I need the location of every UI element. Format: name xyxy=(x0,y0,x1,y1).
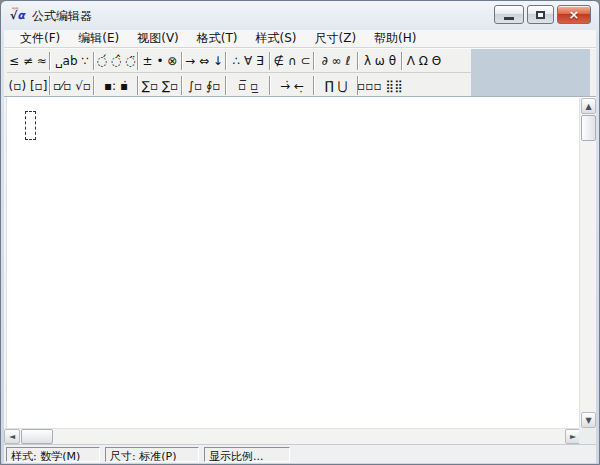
statusbar: 样式: 数学(M) 尺寸: 标准(P) 显示比例... xyxy=(4,444,596,463)
set-theory-symbols-palette[interactable]: ∉ ∩ ⊂ xyxy=(271,50,313,72)
scroll-down-button[interactable]: ▼ xyxy=(581,412,596,428)
relational-symbols-palette[interactable]: ≤ ≠ ≈ xyxy=(7,50,49,72)
horizontal-scroll-thumb[interactable] xyxy=(21,429,53,444)
scroll-left-button[interactable]: ◄ xyxy=(4,429,20,444)
close-button[interactable]: × xyxy=(557,5,591,24)
product-set-templates-palette[interactable]: ∏̇ ⋃̣ xyxy=(315,74,357,97)
toolbar: ≤ ≠ ≈ ␣ab ∵ ◌́ ◌̂ ◌̈ ± • ⊗ → ⇔ ↓ ∴ ∀ ∃ ∉… xyxy=(4,48,596,97)
embellishments-palette[interactable]: ◌́ ◌̂ ◌̈ xyxy=(95,50,137,72)
minimize-button[interactable] xyxy=(494,5,524,24)
empty-equation-slot[interactable] xyxy=(25,111,36,140)
arrow-down-icon: ▼ xyxy=(585,416,591,425)
fence-templates-palette[interactable]: (▫) [▫] xyxy=(7,74,49,97)
menu-edit[interactable]: 编辑(E) xyxy=(69,29,128,48)
caption-buttons: × xyxy=(494,5,591,24)
window-title: 公式编辑器 xyxy=(32,8,92,25)
scroll-up-button[interactable]: ▲ xyxy=(581,98,596,114)
status-style[interactable]: 样式: 数学(M) xyxy=(6,447,100,462)
vertical-scrollbar[interactable]: ▲ ▼ xyxy=(579,98,596,428)
arrow-right-icon: ► xyxy=(570,432,576,441)
minimize-icon xyxy=(504,17,514,20)
app-icon-formula: √α xyxy=(10,9,25,22)
scrollbar-corner xyxy=(579,428,596,444)
menu-file[interactable]: 文件(F) xyxy=(11,29,69,48)
bar-templates-palette[interactable]: ▫̅ ▫̲ xyxy=(227,74,269,97)
equation-canvas[interactable] xyxy=(4,97,596,428)
spaces-ellipses-palette[interactable]: ␣ab ∵ xyxy=(51,50,93,72)
template-toolbar-row: (▫) [▫] ▫⁄▫ √▫ ▪: ▪̇ ∑▫ ∑̇▫ ∫▫ ∮▫ ▫̅ ▫̲ … xyxy=(7,74,473,97)
fraction-radical-templates-palette[interactable]: ▫⁄▫ √▫ xyxy=(51,74,93,97)
integral-templates-palette[interactable]: ∫▫ ∮▫ xyxy=(183,74,225,97)
menu-format[interactable]: 格式(T) xyxy=(188,29,247,48)
symbol-toolbar-row: ≤ ≠ ≈ ␣ab ∵ ◌́ ◌̂ ◌̈ ± • ⊗ → ⇔ ↓ ∴ ∀ ∃ ∉… xyxy=(7,50,473,73)
restore-icon xyxy=(536,11,545,19)
menu-size[interactable]: 尺寸(Z) xyxy=(305,29,365,48)
vertical-scroll-thumb[interactable] xyxy=(581,115,596,141)
subscript-superscript-templates-palette[interactable]: ▪: ▪̇ xyxy=(95,74,137,97)
restore-button[interactable] xyxy=(527,5,554,24)
status-zoom[interactable]: 显示比例... xyxy=(204,447,290,462)
summation-templates-palette[interactable]: ∑▫ ∑̇▫ xyxy=(139,74,181,97)
status-size[interactable]: 尺寸: 标准(P) xyxy=(105,447,199,462)
equation-editor-window: ≈≈ √α 公式编辑器 × 文件(F) 编辑(E) 视图(V) 格式(T) 样式… xyxy=(0,0,600,465)
greek-lowercase-palette[interactable]: λ ω θ xyxy=(359,50,401,72)
toolbar-filler xyxy=(471,49,590,97)
horizontal-scrollbar[interactable]: ◄ ► xyxy=(4,428,581,444)
menu-view[interactable]: 视图(V) xyxy=(128,29,188,48)
labeled-arrow-templates-palette[interactable]: →̇ ←̣ xyxy=(271,74,313,97)
matrix-templates-palette[interactable]: ▫▫▫ ⣿⣿ xyxy=(359,74,401,97)
titlebar[interactable]: ≈≈ √α 公式编辑器 × xyxy=(1,1,599,30)
misc-symbols-palette[interactable]: ∂ ∞ ℓ xyxy=(315,50,357,72)
close-icon: × xyxy=(569,8,580,21)
app-icon: ≈≈ √α xyxy=(10,8,27,24)
operator-symbols-palette[interactable]: ± • ⊗ xyxy=(139,50,181,72)
arrow-symbols-palette[interactable]: → ⇔ ↓ xyxy=(183,50,225,72)
menu-help[interactable]: 帮助(H) xyxy=(365,29,425,48)
menu-style[interactable]: 样式(S) xyxy=(247,29,306,48)
menubar: 文件(F) 编辑(E) 视图(V) 格式(T) 样式(S) 尺寸(Z) 帮助(H… xyxy=(4,30,596,48)
greek-uppercase-palette[interactable]: Λ Ω Θ xyxy=(403,50,445,72)
arrow-up-icon: ▲ xyxy=(585,102,591,111)
logical-symbols-palette[interactable]: ∴ ∀ ∃ xyxy=(227,50,269,72)
arrow-left-icon: ◄ xyxy=(9,432,15,441)
